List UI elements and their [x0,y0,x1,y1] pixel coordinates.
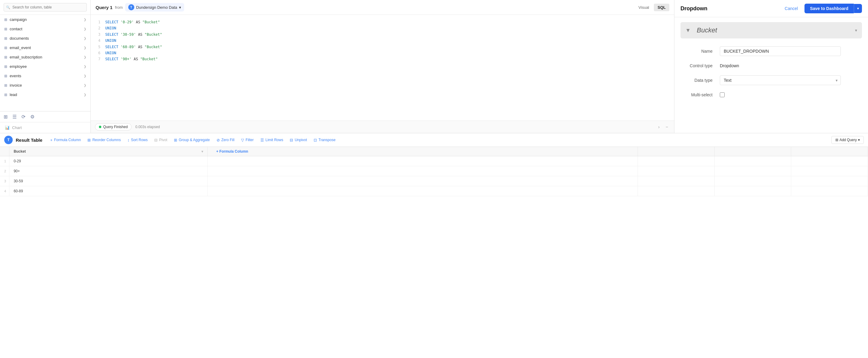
line-number: 1 [96,19,100,25]
toolbar-btn-group-&-aggregate[interactable]: ⊞ Group & Aggregate [171,136,213,144]
name-input[interactable] [720,46,841,56]
toolbar-btn-sort-rows[interactable]: ↕ Sort Rows [124,136,151,144]
toolbar-btn-label: Zero Fill [221,138,235,142]
result-logo: T [4,136,13,144]
sidebar-item-documents[interactable]: ⊞ documents ❯ [0,34,90,43]
sidebar-chart[interactable]: 📊 Chart [0,122,90,133]
toolbar-btn-zero-fill[interactable]: ⊘ Zero Fill [214,136,238,144]
save-dropdown-arrow-button[interactable]: ▾ [854,4,862,13]
query-status-badge: Query Finished [95,123,131,131]
code-line-7: 7SELECT '90+' AS "Bucket" [96,56,669,62]
code-token-plain [118,57,120,61]
search-wrap [4,3,87,11]
sidebar-table-left: ⊞ email_subscription [4,55,42,59]
toolbar-btn-transpose[interactable]: ⊡ Transpose [311,136,338,144]
tab-sql[interactable]: SQL [654,4,669,11]
cancel-button[interactable]: Cancel [781,4,802,13]
bottom-section: T Result Table + Formula Column ⊞ Reorde… [0,133,868,358]
main-query-area: Query 1 from T Dundersign Demo Data ▾ Vi… [91,0,675,133]
minimize-icon[interactable]: − [664,124,670,130]
empty-cell-3 [714,176,791,186]
control-type-row: Control type Dropdown [681,63,862,68]
data-type-select[interactable]: TextNumberDate [720,76,841,85]
code-token-string: "Bucket" [143,20,160,24]
bucket-cell: 30-59 [9,176,208,186]
status-actions: › − [656,124,670,130]
sidebar-item-employee[interactable]: ⊞ employee ❯ [0,62,90,71]
status-dot [99,126,101,128]
multi-select-checkbox[interactable] [720,92,725,97]
toolbar-btn-formula-column[interactable]: + Formula Column [47,136,84,144]
toolbar-btn-icon: ⊟ [290,138,293,142]
toolbar-btn-icon: ⊘ [217,138,220,142]
list-view-icon[interactable]: ☰ [12,114,17,120]
sidebar-item-events[interactable]: ⊞ events ❯ [0,71,90,81]
empty-col-3-header [791,147,868,156]
empty-cell-1 [208,186,638,196]
empty-cell-4 [791,156,868,166]
line-number: 2 [96,25,100,31]
toolbar-btn-unpivot[interactable]: ⊟ Unpivot [287,136,310,144]
line-content: UNION [105,25,116,31]
settings-icon[interactable]: ⚙ [30,114,34,120]
save-to-dashboard-button[interactable]: Save to Dashboard [805,4,854,13]
expand-icon[interactable]: › [656,124,661,130]
code-token-plain [118,32,120,37]
empty-cell-3 [714,166,791,176]
code-token-keyword: UNION [105,51,116,55]
toolbar-btn-filter[interactable]: ▽ Filter [238,136,257,144]
code-editor[interactable]: 1SELECT '0-29' AS "Bucket"2UNION3SELECT … [91,15,674,120]
add-formula-col-label[interactable]: + Formula Column [212,147,252,156]
history-icon[interactable]: ⟳ [22,114,25,120]
multi-select-label: Multi-select [681,92,720,97]
empty-col-1-header [638,147,715,156]
panel-title: Dropdown [681,5,707,12]
formula-column-header[interactable]: + Formula Column [208,147,638,156]
data-type-select-wrap: TextNumberDate ▾ [720,76,841,85]
sidebar-item-email_subscription[interactable]: ⊞ email_subscription ❯ [0,52,90,62]
toolbar-btn-icon: ↕ [127,138,129,142]
empty-cell-1 [208,156,638,166]
sidebar-item-campaign[interactable]: ⊞ campaign ❯ [0,15,90,24]
query-title: Query 1 [96,5,113,10]
sidebar-item-invoice[interactable]: ⊞ invoice ❯ [0,81,90,90]
sidebar-search-area [0,0,90,15]
toolbar-btn-label: Sort Rows [131,138,148,142]
sidebar-item-lead[interactable]: ⊞ lead ❯ [0,90,90,99]
row-number: 2 [0,166,9,176]
add-query-button[interactable]: ⊞ Add Query ▾ [831,136,864,144]
line-number: 3 [96,31,100,37]
sidebar-toolbar: ⊞ ☰ ⟳ ⚙ [0,111,90,122]
result-table-area: Bucket ▾ + Formula Column 1 [0,147,868,358]
preview-label: Bucket [697,26,717,34]
elapsed-text: 0.003s elapsed [135,125,160,129]
table-view-icon[interactable]: ⊞ [4,114,7,120]
toolbar-btn-label: Filter [246,138,254,142]
empty-cell-1 [208,176,638,186]
line-content: SELECT '30-59' AS "Bucket" [105,31,162,37]
multi-select-row: Multi-select [681,92,862,97]
toolbar-btn-reorder-columns[interactable]: ⊞ Reorder Columns [84,136,124,144]
table-grid-icon: ⊞ [4,74,7,78]
tab-visual[interactable]: Visual [635,4,653,11]
code-line-1: 1SELECT '0-29' AS "Bucket" [96,19,669,25]
table-grid-icon: ⊞ [4,27,7,31]
line-content: SELECT '0-29' AS "Bucket" [105,19,160,25]
sidebar-item-email_event[interactable]: ⊞ email_event ❯ [0,43,90,52]
table-grid-icon: ⊞ [4,36,7,40]
toolbar-btn-limit-rows[interactable]: ☰ Limit Rows [257,136,286,144]
datasource-badge[interactable]: T Dundersign Demo Data ▾ [125,3,184,11]
datasource-dot: T [128,4,134,10]
status-text: Query Finished [103,125,128,129]
empty-cell-4 [791,176,868,186]
code-line-6: 6UNION [96,50,669,56]
bucket-column-header: Bucket ▾ [9,147,208,156]
code-line-4: 4UNION [96,37,669,44]
search-input[interactable] [4,3,87,11]
preview-dropdown-arrow-icon: ▾ [855,28,857,33]
bucket-sort-icon[interactable]: ▾ [202,149,203,154]
table-grid-icon: ⊞ [4,18,7,22]
empty-cell-2 [638,186,715,196]
right-panel: Dropdown Cancel Save to Dashboard ▾ ▼ Bu… [675,0,868,133]
sidebar-item-contact[interactable]: ⊞ contact ❯ [0,24,90,34]
